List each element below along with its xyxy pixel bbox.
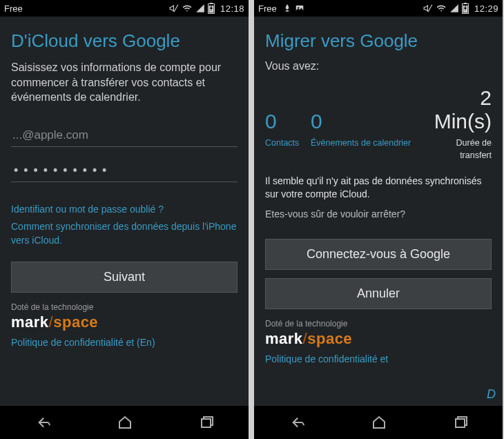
android-navbar <box>254 406 503 439</box>
you-have-label: Vous avez: <box>265 60 492 72</box>
page-title: Migrer vers Google <box>265 30 492 52</box>
forgot-link[interactable]: Identifiant ou mot de passe oublié ? <box>11 203 238 217</box>
back-icon[interactable] <box>33 413 51 431</box>
svg-line-7 <box>428 5 432 12</box>
photo-icon <box>295 3 304 13</box>
events-label: Événements de calendrier <box>311 138 411 148</box>
d-icon[interactable]: D <box>487 387 496 402</box>
phone-left: Free 12:18 D'iCloud vers Google Saisisse… <box>0 0 249 439</box>
mute-icon <box>169 3 179 13</box>
cancel-button[interactable]: Annuler <box>265 278 492 309</box>
svg-line-0 <box>174 5 178 12</box>
confirm-text: Etes-vous sûr de vouloir arrêter? <box>265 208 492 221</box>
brand-logo: mark/space <box>11 313 238 331</box>
brand-space: space <box>53 313 98 331</box>
statusbar: Free 12:18 <box>0 0 249 17</box>
connect-google-button[interactable]: Connectez-vous à Google <box>265 239 492 270</box>
brand-space: space <box>307 330 352 347</box>
svg-point-6 <box>298 7 299 8</box>
clock: 12:29 <box>474 3 498 14</box>
svg-rect-11 <box>456 419 465 427</box>
brand-mark: mark <box>265 330 303 347</box>
battery-icon <box>462 3 469 14</box>
next-button[interactable]: Suivant <box>11 262 238 293</box>
duration-value: 2 Min(s) <box>434 86 492 133</box>
powered-by-label: Doté de la technologie <box>265 319 492 329</box>
mute-icon <box>423 3 433 13</box>
wifi-icon <box>436 3 447 13</box>
recent-icon[interactable] <box>453 414 469 431</box>
password-field[interactable]: •••••••••• <box>11 159 238 182</box>
svg-rect-2 <box>210 3 213 4</box>
home-icon[interactable] <box>371 414 387 431</box>
events-value: 0 <box>311 110 322 133</box>
brand-mark: mark <box>11 313 49 331</box>
duration-label: Durée de transfert <box>456 138 492 160</box>
recent-icon[interactable] <box>199 414 215 431</box>
no-data-text: Il semble qu'il n'y ait pas de données s… <box>265 175 492 201</box>
clock: 12:18 <box>220 3 244 14</box>
carrier-label: Free <box>4 3 23 14</box>
page-title: D'iCloud vers Google <box>11 30 238 52</box>
privacy-link[interactable]: Politique de confidentialité et <box>265 353 492 364</box>
contacts-label: Contacts <box>265 138 299 148</box>
home-icon[interactable] <box>117 414 133 431</box>
statusbar: Free 12:29 <box>254 0 503 17</box>
battery-icon <box>208 3 215 14</box>
privacy-link[interactable]: Politique de confidentialité et (En) <box>11 337 238 348</box>
carrier-label: Free <box>258 3 277 14</box>
screen-content: D'iCloud vers Google Saisissez vos infor… <box>0 17 249 406</box>
email-field[interactable] <box>11 124 238 147</box>
stats-labels: Contacts Événements de calendrier Durée … <box>265 136 492 161</box>
back-icon[interactable] <box>287 413 305 431</box>
signal-icon <box>449 3 459 13</box>
rocket-icon <box>282 3 292 13</box>
android-navbar <box>0 406 249 439</box>
svg-rect-9 <box>464 3 467 4</box>
svg-rect-4 <box>202 419 211 427</box>
wifi-icon <box>182 3 193 13</box>
powered-by-label: Doté de la technologie <box>11 302 238 312</box>
signal-icon <box>195 3 205 13</box>
screen-content: Migrer vers Google Vous avez: 0 0 2 Min(… <box>254 17 503 406</box>
contacts-value: 0 <box>265 110 277 133</box>
phone-right: Free 12:29 Migrer vers Go <box>254 0 503 439</box>
sync-help-link[interactable]: Comment synchroniser des données depuis … <box>11 220 238 247</box>
page-subtitle: Saisissez vos informations de compte pou… <box>11 60 238 105</box>
brand-logo: mark/space <box>265 330 492 348</box>
stats-row: 0 0 2 Min(s) <box>265 86 492 133</box>
